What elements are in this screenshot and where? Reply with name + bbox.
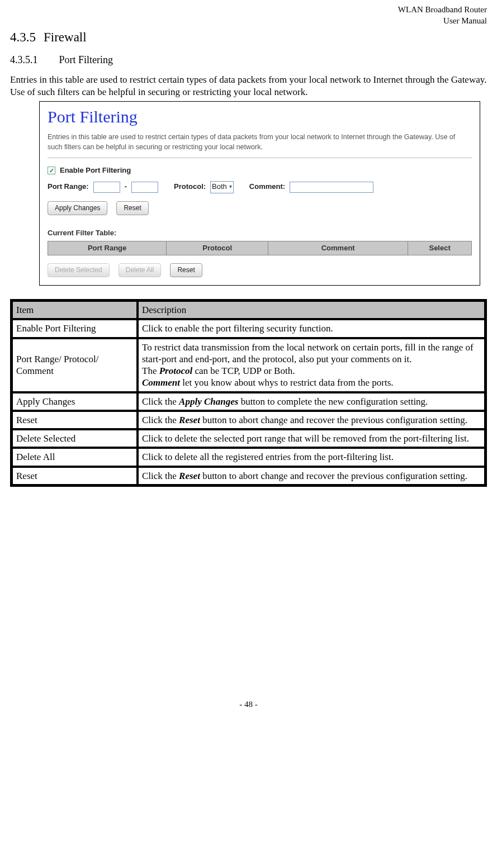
section-number: 4.3.5 xyxy=(10,30,36,44)
subsection-title: Port Filtering xyxy=(59,54,113,65)
enable-checkbox[interactable]: ✓ xyxy=(48,167,55,174)
apply-reset-group: Apply Changes Reset xyxy=(48,201,472,215)
item-cell: Reset xyxy=(12,411,138,429)
delete-all-button[interactable]: Delete All xyxy=(119,263,162,277)
header-item: Item xyxy=(12,301,138,319)
item-cell: Delete All xyxy=(12,448,138,466)
subsection-heading: 4.3.5.1Port Filtering xyxy=(10,54,487,67)
comment-label: Comment: xyxy=(249,182,285,191)
table-header-row: Port Range Protocol Comment Select xyxy=(48,241,472,255)
divider xyxy=(48,158,472,158)
table-row: Delete Selected Click to delete the sele… xyxy=(12,429,485,448)
table-header-row: Item Description xyxy=(12,301,485,319)
item-cell: Port Range/ Protocol/ Comment xyxy=(12,338,138,392)
header-description: Description xyxy=(138,301,485,319)
item-cell: Apply Changes xyxy=(12,392,138,411)
port-end-input[interactable] xyxy=(131,182,158,193)
enable-label: Enable Port Filtering xyxy=(60,166,131,175)
enable-row: ✓ Enable Port Filtering xyxy=(48,166,472,175)
filter-table: Port Range Protocol Comment Select xyxy=(48,241,472,255)
panel-blurb: Entries in this table are used to restri… xyxy=(48,132,472,152)
col-protocol: Protocol xyxy=(167,241,268,255)
delete-group: Delete Selected Delete All Reset xyxy=(48,263,472,277)
section-heading: 4.3.5Firewall xyxy=(10,30,487,46)
desc-cell: Click the Apply Changes button to comple… xyxy=(138,392,485,411)
item-cell: Enable Port Filtering xyxy=(12,319,138,338)
col-select: Select xyxy=(408,241,472,255)
page-number: - 48 - xyxy=(10,699,487,710)
doc-header-line1: WLAN Broadband Router xyxy=(10,4,487,16)
table-row: Reset Click the Reset button to abort ch… xyxy=(12,467,485,485)
delete-selected-button[interactable]: Delete Selected xyxy=(48,263,110,277)
comment-input[interactable] xyxy=(290,182,373,193)
intro-paragraph: Entries in this table are used to restri… xyxy=(10,74,487,98)
protocol-value: Both xyxy=(212,182,227,191)
chevron-down-icon: ▾ xyxy=(229,183,232,191)
screenshot-panel: Port Filtering Entries in this table are… xyxy=(39,101,480,286)
reset-button[interactable]: Reset xyxy=(116,201,148,215)
doc-header: WLAN Broadband Router User Manual xyxy=(10,4,487,26)
desc-cell: To restrict data transmission from the l… xyxy=(138,338,485,392)
subsection-number: 4.3.5.1 xyxy=(10,54,38,65)
table-row: Delete All Click to delete all the regis… xyxy=(12,448,485,466)
inputs-row: Port Range: - Protocol: Both ▾ Comment: xyxy=(48,181,472,193)
desc-cell: Click to delete all the registered entri… xyxy=(138,448,485,466)
description-table: Item Description Enable Port Filtering C… xyxy=(10,299,487,487)
filter-table-title: Current Filter Table: xyxy=(48,229,472,238)
protocol-select[interactable]: Both ▾ xyxy=(210,181,234,193)
desc-cell: Click the Reset button to abort change a… xyxy=(138,467,485,485)
table-row: Enable Port Filtering Click to enable th… xyxy=(12,319,485,338)
apply-changes-button[interactable]: Apply Changes xyxy=(48,201,107,215)
port-dash: - xyxy=(125,182,127,191)
doc-header-line2: User Manual xyxy=(10,16,487,27)
table-row: Reset Click the Reset button to abort ch… xyxy=(12,411,485,429)
table-row: Port Range/ Protocol/ Comment To restric… xyxy=(12,338,485,392)
item-cell: Delete Selected xyxy=(12,429,138,448)
protocol-label: Protocol: xyxy=(174,182,206,191)
panel-title: Port Filtering xyxy=(48,106,472,127)
port-range-label: Port Range: xyxy=(48,182,89,191)
section-title: Firewall xyxy=(44,30,87,44)
col-comment: Comment xyxy=(268,241,408,255)
desc-cell: Click to enable the port filtering secur… xyxy=(138,319,485,338)
desc-cell: Click to delete the selected port range … xyxy=(138,429,485,448)
item-cell: Reset xyxy=(12,467,138,485)
desc-cell: Click the Reset button to abort change a… xyxy=(138,411,485,429)
table-row: Apply Changes Click the Apply Changes bu… xyxy=(12,392,485,411)
port-start-input[interactable] xyxy=(93,182,120,193)
reset-button-2[interactable]: Reset xyxy=(170,263,202,277)
col-port-range: Port Range xyxy=(48,241,167,255)
